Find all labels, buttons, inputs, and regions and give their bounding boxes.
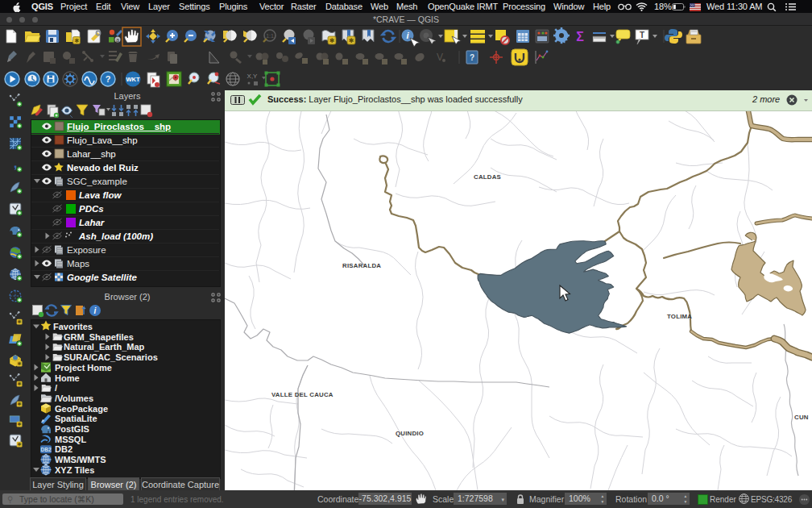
- svg-text:1:1: 1:1: [266, 33, 274, 39]
- svg-text:DB2: DB2: [40, 447, 51, 452]
- svg-text:?: ?: [470, 53, 474, 62]
- svg-text:X,Y: X,Y: [247, 73, 259, 80]
- svg-text:?: ?: [106, 74, 111, 84]
- svg-text:Σ: Σ: [576, 30, 584, 44]
- svg-text:CUN: CUN: [794, 414, 809, 421]
- svg-text:TOLIMA: TOLIMA: [667, 313, 692, 320]
- svg-text:VALLE DEL CAUCA: VALLE DEL CAUCA: [271, 391, 334, 398]
- svg-text:a: a: [116, 37, 119, 43]
- svg-text:RISARALDA: RISARALDA: [342, 262, 381, 269]
- svg-text:i: i: [94, 306, 97, 315]
- svg-text:T: T: [640, 31, 644, 40]
- svg-text:CALDAS: CALDAS: [474, 173, 501, 181]
- svg-text:QUINDIO: QUINDIO: [396, 430, 424, 437]
- svg-text:WKT: WKT: [126, 76, 139, 83]
- svg-text:V: V: [437, 52, 443, 63]
